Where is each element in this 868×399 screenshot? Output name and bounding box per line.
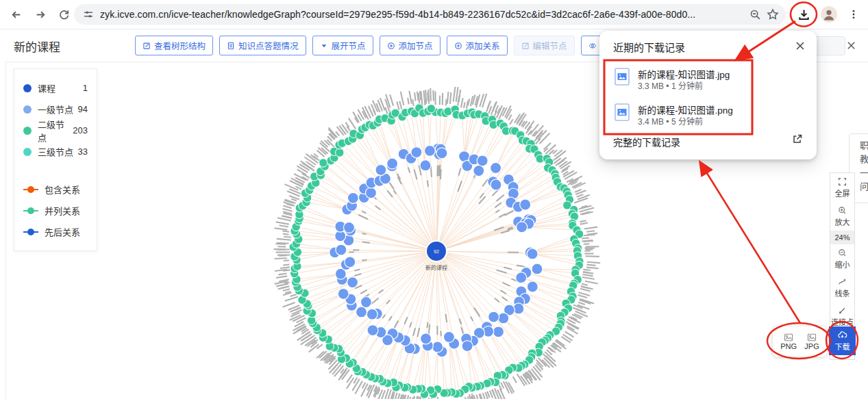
toolbar-button-expand-nodes[interactable]: 展开节点 — [312, 36, 373, 55]
export-label: JPG — [804, 342, 819, 350]
page-title: 新的课程 — [14, 38, 60, 55]
download-button-label: 下载 — [835, 341, 850, 352]
download-file-meta: 3.3 MB • 1 分钟前 — [638, 79, 703, 91]
edit-square-icon — [521, 42, 530, 50]
graph-toolbar: 查看树形结构知识点答题情况展开节点添加节点添加关系编辑节点查看资源 — [135, 36, 673, 55]
toolbar-button-label: 添加节点 — [399, 39, 433, 52]
download-item[interactable]: 新的课程-知识图谱.jpg3.3 MB • 1 分钟前 — [599, 66, 817, 99]
control-label: 连接点 — [831, 316, 854, 327]
address-bar[interactable]: zyk.icve.com.cn/icve-teacher/knowledgeGr… — [74, 4, 786, 25]
edit-square-icon — [142, 42, 151, 50]
toolbar-button-label: 添加关系 — [466, 39, 500, 52]
download-file-name: 新的课程-知识图谱.png — [638, 103, 733, 116]
export-format-popup: PNGJPG — [773, 326, 827, 357]
toolbar-button-label: 编辑节点 — [533, 39, 567, 52]
control-line-style[interactable]: 线条 — [830, 273, 854, 302]
cloud-download-icon — [837, 331, 847, 339]
download-history-popup: 近期的下载记录 新的课程-知识图谱.jpg3.3 MB • 1 分钟前新的课程-… — [599, 31, 817, 159]
image-file-icon — [784, 333, 793, 342]
kebab-menu-icon[interactable] — [845, 5, 863, 23]
export-label: PNG — [780, 342, 797, 350]
legend-label: 二级节点 — [38, 118, 73, 144]
image-file-icon — [807, 333, 817, 342]
control-label: 线条 — [835, 287, 850, 298]
legend-label: 先后关系 — [45, 225, 88, 238]
legend-relation-icon — [23, 207, 38, 215]
control-zoom-out[interactable]: 缩小 — [830, 244, 854, 273]
back-icon[interactable] — [7, 5, 25, 23]
control-fullscreen[interactable]: 全屏 — [830, 173, 854, 202]
browser-toolbar: zyk.icve.com.cn/icve-teacher/knowledgeGr… — [0, 0, 868, 29]
toolbar-button-add-node[interactable]: 添加节点 — [380, 36, 441, 55]
zoom-in-icon — [838, 206, 847, 215]
plus-circle-icon — [387, 42, 395, 50]
site-settings-icon[interactable] — [82, 8, 95, 21]
download-file-name: 新的课程-知识图谱.jpg — [638, 67, 730, 81]
export-jpg-button[interactable]: JPG — [804, 333, 819, 350]
toolbar-button-label: 查看树形结构 — [154, 39, 206, 52]
close-icon[interactable] — [846, 40, 857, 51]
legend-relation-row: 先后关系 — [23, 221, 88, 242]
legend-label: 课程 — [38, 81, 83, 94]
zoom-indicator-icon[interactable] — [749, 8, 761, 21]
toolbar-button-label: 展开节点 — [332, 39, 366, 52]
reload-icon[interactable] — [55, 5, 73, 23]
legend-count: 94 — [78, 104, 88, 114]
plus-circle-icon — [454, 42, 462, 50]
control-label: 放大 — [835, 216, 850, 227]
legend-label: 一级节点 — [38, 103, 78, 116]
control-zoom-in[interactable]: 放大 — [830, 202, 854, 231]
toolbar-button-edit-node: 编辑节点 — [514, 36, 575, 55]
legend-label: 并列关系 — [45, 204, 88, 217]
legend-dot-icon — [23, 84, 32, 92]
control-label: 全屏 — [835, 188, 850, 198]
pen-icon — [838, 306, 847, 315]
toolbar-button-knowledge-quiz-status[interactable]: 知识点答题情况 — [219, 36, 306, 55]
url-text[interactable]: zyk.icve.com.cn/icve-teacher/knowledgeGr… — [100, 9, 743, 20]
fullscreen-icon — [838, 177, 847, 186]
legend-relation-row: 包含关系 — [23, 179, 88, 200]
download-file-meta: 3.4 MB • 5 分钟前 — [638, 115, 703, 127]
toolbar-button-view-tree-structure[interactable]: 查看树形结构 — [135, 36, 213, 55]
zoom-level-badge: 24% — [830, 231, 854, 244]
external-link-icon[interactable] — [792, 133, 803, 144]
caret-down-icon — [320, 42, 328, 50]
export-png-button[interactable]: PNG — [780, 333, 797, 350]
legend-relation-icon — [23, 185, 38, 194]
legend-node-row: 一级节点94 — [23, 99, 88, 120]
legend-count: 1 — [83, 83, 88, 93]
legend-dot-icon — [23, 127, 32, 135]
legend-node-row: 课程1 — [23, 77, 88, 99]
legend-node-row: 二级节点203 — [23, 120, 88, 141]
downloads-icon[interactable] — [795, 5, 813, 23]
full-download-history-link[interactable]: 完整的下载记录 — [613, 135, 680, 149]
bookmark-star-icon[interactable] — [767, 8, 779, 21]
profile-avatar-icon[interactable] — [820, 5, 838, 23]
legend-dot-icon — [23, 105, 32, 114]
legend-count: 203 — [73, 125, 88, 136]
popup-close-icon[interactable] — [795, 40, 806, 51]
download-button[interactable]: 下载 — [829, 326, 856, 355]
toolbar-button-add-relation[interactable]: 添加关系 — [447, 36, 508, 55]
legend-node-row: 三级节点33 — [23, 141, 88, 162]
legend-label: 三级节点 — [38, 145, 78, 158]
graph-legend: 课程1一级节点94二级节点203三级节点33包含关系并列关系先后关系 — [14, 68, 97, 251]
line-curve-icon — [838, 277, 847, 286]
popup-title: 近期的下载记录 — [613, 40, 685, 54]
legend-dot-icon — [23, 148, 32, 156]
download-item[interactable]: 新的课程-知识图谱.png3.4 MB • 5 分钟前 — [599, 102, 817, 135]
document-icon — [227, 42, 235, 50]
zoom-out-icon — [838, 248, 847, 257]
eye-icon — [588, 42, 597, 50]
legend-label: 包含关系 — [45, 183, 88, 196]
forward-icon[interactable] — [32, 5, 49, 23]
image-file-icon — [615, 68, 630, 86]
legend-relation-icon — [23, 228, 38, 236]
graph-center-node[interactable]: 92新的课程 — [425, 241, 447, 271]
legend-relation-row: 并列关系 — [23, 200, 88, 221]
image-file-icon — [615, 103, 630, 121]
legend-count: 33 — [78, 146, 88, 157]
svg-text:92: 92 — [434, 249, 439, 254]
toolbar-button-label: 知识点答题情况 — [238, 39, 299, 52]
control-label: 缩小 — [835, 259, 850, 270]
